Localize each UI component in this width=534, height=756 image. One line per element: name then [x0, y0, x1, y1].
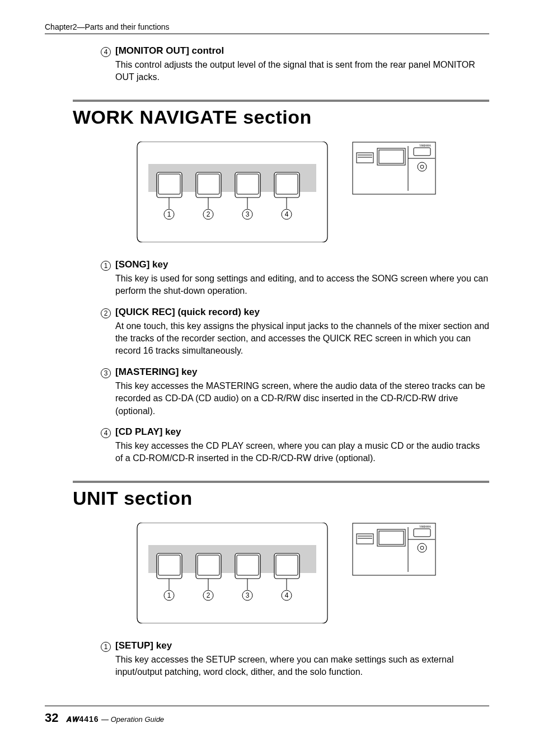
page-number: 32 — [45, 711, 58, 725]
footer-subtitle: — Operation Guide — [101, 715, 164, 724]
svg-text:2: 2 — [207, 591, 210, 599]
svg-text:4: 4 — [285, 210, 289, 218]
item-setup-key: 1 [SETUP] key This key accesses the SETU… — [101, 640, 489, 679]
item-body: This key accesses the MASTERING screen, … — [115, 380, 489, 417]
item-number: 1 — [101, 642, 111, 652]
item-number: 1 — [101, 261, 111, 271]
svg-rect-36 — [235, 553, 260, 579]
svg-rect-35 — [196, 553, 221, 579]
svg-text:1: 1 — [167, 210, 171, 218]
section-rule — [73, 100, 489, 102]
item-quick-rec-key: 2 [QUICK REC] (quick record) key At one … — [101, 307, 489, 358]
svg-rect-2 — [196, 172, 221, 198]
item-body: At one touch, this key assigns the physi… — [115, 320, 489, 358]
item-title: [SETUP] key — [115, 640, 172, 651]
item-title: [MONITOR OUT] control — [115, 45, 224, 57]
section-rule — [73, 481, 489, 483]
item-body: This key is used for song settings and e… — [115, 273, 489, 298]
item-cd-play-key: 4 [CD PLAY] key This key accesses the CD… — [101, 426, 489, 465]
svg-text:3: 3 — [246, 591, 250, 599]
item-title: [MASTERING] key — [115, 367, 197, 378]
item-title: [SONG] key — [115, 259, 168, 270]
svg-text:3: 3 — [246, 210, 250, 218]
svg-rect-1 — [157, 172, 182, 198]
running-header: Chapter2—Parts and their functions — [45, 22, 489, 34]
svg-text:YAMAHA: YAMAHA — [419, 144, 431, 147]
item-song-key: 1 [SONG] key This key is used for song s… — [101, 259, 489, 298]
device-locator: YAMAHA — [352, 523, 436, 576]
section-title-work-navigate: WORK NAVIGATE section — [73, 106, 489, 128]
item-body: This key accesses the CD PLAY screen, wh… — [115, 440, 489, 465]
diagram-work-navigate: 1 2 3 4 YAMAHA — [73, 142, 489, 242]
item-title: [CD PLAY] key — [115, 426, 181, 438]
svg-rect-4 — [274, 172, 299, 198]
section-title-unit: UNIT section — [73, 487, 489, 509]
item-body: This control adjusts the output level of… — [115, 59, 489, 84]
device-locator: YAMAHA — [352, 142, 436, 195]
item-number: 4 — [101, 47, 111, 57]
diagram-unit: 1 2 3 4 YAMAHA — [73, 523, 489, 623]
item-monitor-out: 4 [MONITOR OUT] control This control adj… — [101, 45, 489, 84]
svg-rect-34 — [157, 553, 182, 579]
svg-rect-3 — [235, 172, 260, 198]
footer-model: 𝘼𝙒4416 — [66, 715, 99, 724]
item-number: 2 — [101, 308, 111, 318]
svg-text:2: 2 — [207, 210, 210, 218]
svg-text:YAMAHA: YAMAHA — [419, 525, 431, 528]
page-footer: 32 𝘼𝙒4416 — Operation Guide — [45, 706, 489, 725]
item-title: [QUICK REC] (quick record) key — [115, 307, 260, 318]
svg-text:1: 1 — [167, 591, 171, 599]
keys-diagram: 1 2 3 4 — [126, 142, 339, 242]
item-body: This key accesses the SETUP screen, wher… — [115, 654, 489, 679]
keys-diagram: 1 2 3 4 — [126, 523, 339, 623]
item-number: 4 — [101, 428, 111, 438]
svg-text:4: 4 — [285, 591, 289, 599]
item-mastering-key: 3 [MASTERING] key This key accesses the … — [101, 367, 489, 417]
item-number: 3 — [101, 368, 111, 378]
svg-rect-37 — [274, 553, 299, 579]
